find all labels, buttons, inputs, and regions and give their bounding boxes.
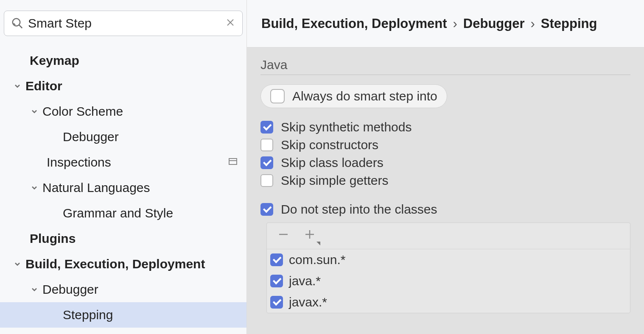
svg-point-0 xyxy=(13,19,20,26)
tree-label: Keymap xyxy=(30,53,238,68)
tree-item-bed[interactable]: Build, Execution, Deployment xyxy=(0,251,246,277)
checkbox[interactable] xyxy=(260,203,273,216)
settings-tree: Keymap Editor Color Scheme Debugger Insp… xyxy=(0,39,246,328)
option-label: Skip simple getters xyxy=(281,173,388,188)
tree-item-debugger[interactable]: Debugger xyxy=(0,277,246,302)
settings-scope-icon xyxy=(228,155,238,170)
tree-label: Stepping xyxy=(63,308,238,322)
section-header-java: Java xyxy=(260,58,630,75)
option-always-smart-step[interactable]: Always do smart step into xyxy=(260,84,447,108)
tree-label: Debugger xyxy=(42,282,238,297)
chevron-down-icon[interactable] xyxy=(13,81,22,91)
option-label: Skip constructors xyxy=(281,138,378,152)
class-list-toolbar xyxy=(267,223,630,249)
tree-item-keymap[interactable]: Keymap xyxy=(0,48,246,73)
class-filter-item[interactable]: javax.* xyxy=(267,292,630,313)
tree-label: Color Scheme xyxy=(42,104,238,119)
tree-item-cs-debugger[interactable]: Debugger xyxy=(0,124,246,150)
tree-item-editor[interactable]: Editor xyxy=(0,73,246,99)
settings-main: Build, Execution, Deployment › Debugger … xyxy=(247,0,644,334)
option-label: Skip class loaders xyxy=(281,156,384,170)
tree-label: Editor xyxy=(25,79,238,93)
breadcrumb-separator: › xyxy=(531,16,535,31)
checkbox[interactable] xyxy=(260,174,273,187)
option-label: Skip synthetic methods xyxy=(281,120,412,134)
checkbox[interactable] xyxy=(270,253,283,266)
search-input[interactable] xyxy=(24,16,225,31)
breadcrumb: Build, Execution, Deployment › Debugger … xyxy=(247,0,644,47)
search-icon xyxy=(11,17,24,30)
svg-rect-4 xyxy=(229,159,237,164)
tree-label: Plugins xyxy=(30,231,238,246)
option-label: Do not step into the classes xyxy=(281,202,437,217)
clear-search-icon[interactable] xyxy=(225,17,235,29)
tree-label: Inspections xyxy=(47,155,228,170)
settings-sidebar: Keymap Editor Color Scheme Debugger Insp… xyxy=(0,0,247,334)
settings-window: Keymap Editor Color Scheme Debugger Insp… xyxy=(0,0,644,334)
tree-item-inspections[interactable]: Inspections xyxy=(0,150,246,175)
breadcrumb-separator: › xyxy=(453,16,457,31)
chevron-down-icon[interactable] xyxy=(30,107,39,116)
option-skip-simple-getters[interactable]: Skip simple getters xyxy=(260,173,630,188)
class-filter-item[interactable]: com.sun.* xyxy=(267,249,630,270)
checkbox[interactable] xyxy=(270,275,283,287)
tree-label: Grammar and Style xyxy=(63,206,238,220)
chevron-down-icon[interactable] xyxy=(30,285,39,294)
option-do-not-step-into[interactable]: Do not step into the classes xyxy=(260,202,630,217)
chevron-down-icon[interactable] xyxy=(30,183,39,192)
tree-label: Build, Execution, Deployment xyxy=(25,257,238,271)
breadcrumb-item[interactable]: Debugger xyxy=(463,16,525,31)
option-skip-constructors[interactable]: Skip constructors xyxy=(260,138,630,152)
search-box[interactable] xyxy=(4,11,243,36)
chevron-down-icon[interactable] xyxy=(13,259,22,269)
checkbox[interactable] xyxy=(260,121,273,134)
breadcrumb-item[interactable]: Build, Execution, Deployment xyxy=(261,16,447,31)
option-label: Always do smart step into xyxy=(292,89,437,103)
tree-item-grammar-style[interactable]: Grammar and Style xyxy=(0,200,246,226)
search-container xyxy=(0,0,246,39)
tree-item-natural-languages[interactable]: Natural Languages xyxy=(0,175,246,200)
class-pattern: javax.* xyxy=(289,295,327,309)
option-skip-class-loaders[interactable]: Skip class loaders xyxy=(260,156,630,170)
breadcrumb-item[interactable]: Stepping xyxy=(541,16,597,31)
tree-item-stepping[interactable]: Stepping xyxy=(0,302,246,328)
class-pattern: com.sun.* xyxy=(289,253,345,267)
checkbox[interactable] xyxy=(270,89,285,103)
class-filter-list: com.sun.* java.* javax.* xyxy=(266,223,630,313)
svg-line-1 xyxy=(19,25,22,28)
checkbox[interactable] xyxy=(260,139,273,151)
option-skip-synthetic[interactable]: Skip synthetic methods xyxy=(260,120,630,134)
checkbox[interactable] xyxy=(270,296,283,309)
checkbox[interactable] xyxy=(260,156,273,169)
tree-item-plugins[interactable]: Plugins xyxy=(0,226,246,251)
remove-button[interactable] xyxy=(277,228,290,244)
tree-item-color-scheme[interactable]: Color Scheme xyxy=(0,99,246,124)
settings-content: Java Always do smart step into Skip synt… xyxy=(247,47,644,334)
tree-label: Natural Languages xyxy=(42,181,238,195)
class-pattern: java.* xyxy=(289,274,321,288)
tree-label: Debugger xyxy=(63,130,238,144)
add-button[interactable] xyxy=(303,228,316,244)
class-filter-item[interactable]: java.* xyxy=(267,270,630,292)
